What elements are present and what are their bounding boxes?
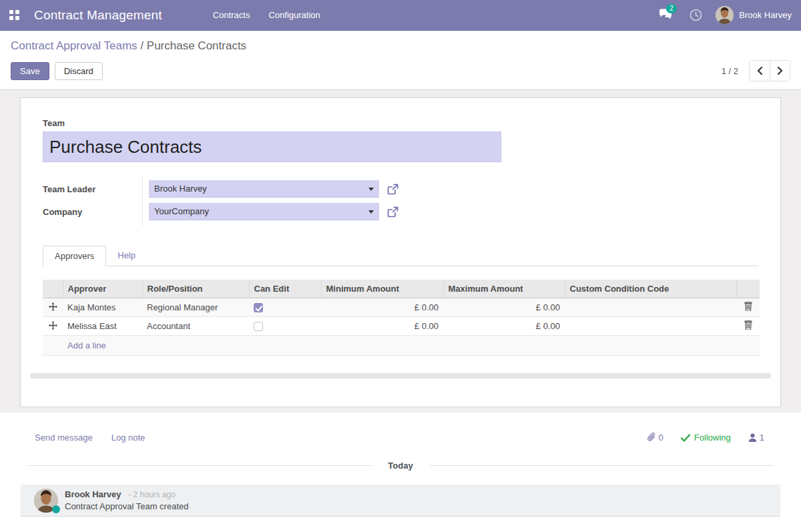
delete-column-header [736, 280, 760, 298]
chevron-left-icon [756, 67, 763, 75]
condition-code-cell[interactable] [565, 298, 736, 317]
caret-down-icon [368, 188, 374, 191]
max-amount-cell[interactable]: £ 0.00 [443, 298, 565, 317]
log-note-button[interactable]: Log note [111, 433, 146, 443]
following-button[interactable]: Following [681, 433, 731, 443]
approver-cell[interactable]: Melissa East [63, 317, 142, 336]
breadcrumb-parent-link[interactable]: Contract Approval Teams [11, 39, 138, 52]
message-timestamp: - 2 hours ago [128, 490, 176, 499]
pager-previous-button[interactable] [750, 61, 770, 81]
table-row: Kaja Montes Regional Manager £ 0.00 £ 0.… [43, 298, 760, 317]
table-header-row: Approver Role/Position Can Edit Minimum … [43, 280, 760, 298]
external-link-icon [387, 206, 398, 218]
user-avatar [716, 6, 734, 24]
menu-configuration[interactable]: Configuration [259, 0, 329, 31]
min-amount-column-header[interactable]: Minimum Amount [321, 280, 443, 298]
paperclip-icon [647, 433, 656, 443]
team-field-label: Team [43, 118, 758, 128]
message-item: Brook Harvey - 2 hours ago Contract Appr… [21, 485, 780, 517]
send-message-button[interactable]: Send message [35, 433, 93, 443]
message-text: Contract Approval Team created [65, 501, 188, 511]
delete-row-button[interactable] [736, 298, 760, 317]
max-amount-cell[interactable]: £ 0.00 [443, 317, 565, 336]
delete-row-button[interactable] [736, 317, 760, 336]
date-divider-label: Today [371, 461, 429, 471]
messages-count-badge: 2 [666, 4, 677, 13]
row-drag-handle[interactable] [43, 317, 63, 336]
save-button[interactable]: Save [11, 62, 49, 80]
team-leader-external-link-button[interactable] [387, 184, 398, 195]
main-content: Team Team Leader Brook Harvey Company [0, 90, 801, 413]
company-external-link-button[interactable] [387, 206, 398, 218]
breadcrumb-separator: / [140, 39, 144, 52]
user-icon [748, 433, 757, 442]
can-edit-cell [249, 317, 321, 336]
team-leader-select[interactable]: Brook Harvey [149, 180, 379, 198]
min-amount-cell[interactable]: £ 0.00 [321, 317, 443, 336]
approver-column-header[interactable]: Approver [63, 280, 142, 298]
drag-handle-icon [49, 321, 57, 330]
add-line-row: Add a line [43, 336, 760, 356]
team-leader-label: Team Leader [43, 184, 149, 194]
date-divider: Today [28, 461, 773, 471]
online-status-dot [52, 505, 60, 513]
drag-handle-icon [49, 302, 57, 311]
followers-button[interactable]: 1 [748, 433, 764, 443]
table-row: Melissa East Accountant £ 0.00 £ 0.00 [43, 317, 760, 336]
menu-contracts[interactable]: Contracts [204, 0, 260, 31]
pager-next-button[interactable] [770, 61, 790, 81]
chatter: Send message Log note 0 Following 1 Toda… [0, 413, 801, 517]
check-icon [681, 434, 690, 442]
trash-icon [744, 302, 752, 311]
company-select[interactable]: YourCompany [149, 203, 379, 220]
can-edit-checkbox[interactable] [254, 322, 263, 331]
horizontal-scrollbar[interactable] [30, 373, 771, 378]
approvers-table: Approver Role/Position Can Edit Minimum … [43, 280, 760, 356]
min-amount-cell[interactable]: £ 0.00 [321, 298, 443, 317]
followers-count: 1 [760, 433, 764, 443]
app-title[interactable]: Contract Management [34, 8, 162, 23]
notebook-tabs: Approvers Help [43, 245, 758, 266]
user-menu[interactable]: Brook Harvey [716, 6, 792, 24]
pager: 1 / 2 [722, 60, 790, 81]
role-cell[interactable]: Accountant [142, 317, 249, 336]
condition-code-cell[interactable] [565, 317, 736, 336]
can-edit-column-header[interactable]: Can Edit [249, 280, 321, 298]
pager-counter: 1 / 2 [722, 66, 738, 76]
row-drag-handle[interactable] [43, 298, 63, 317]
tab-approvers[interactable]: Approvers [43, 246, 106, 266]
can-edit-checkbox[interactable] [254, 303, 263, 312]
control-panel: Contract Approval Teams / Purchase Contr… [0, 31, 801, 90]
condition-code-column-header[interactable]: Custom Condition Code [565, 280, 736, 298]
handle-column-header [43, 280, 63, 298]
trash-icon [744, 320, 752, 330]
attachments-count: 0 [659, 433, 663, 443]
messages-button[interactable]: 2 [659, 9, 672, 22]
max-amount-column-header[interactable]: Maximum Amount [443, 280, 565, 298]
company-label: Company [43, 207, 149, 217]
form-sheet: Team Team Leader Brook Harvey Company [20, 97, 781, 407]
user-name: Brook Harvey [739, 10, 792, 20]
tab-help[interactable]: Help [106, 246, 147, 266]
add-line-link[interactable]: Add a line [43, 336, 760, 356]
attachments-button[interactable]: 0 [647, 433, 663, 443]
message-author: Brook Harvey [65, 489, 121, 499]
breadcrumb: Contract Approval Teams / Purchase Contr… [11, 39, 790, 53]
activity-clock-icon[interactable] [690, 9, 702, 21]
role-column-header[interactable]: Role/Position [142, 280, 249, 298]
main-menu: Contracts Configuration [204, 0, 330, 31]
caret-down-icon [368, 210, 374, 214]
discard-button[interactable]: Discard [55, 62, 103, 80]
top-navbar: Contract Management Contracts Configurat… [0, 0, 801, 31]
apps-grid-icon[interactable] [9, 10, 19, 20]
approver-cell[interactable]: Kaja Montes [63, 298, 142, 317]
chevron-right-icon [777, 67, 784, 75]
external-link-icon [387, 184, 398, 195]
team-name-input[interactable] [43, 131, 501, 162]
can-edit-cell [249, 298, 321, 317]
role-cell[interactable]: Regional Manager [142, 298, 249, 317]
